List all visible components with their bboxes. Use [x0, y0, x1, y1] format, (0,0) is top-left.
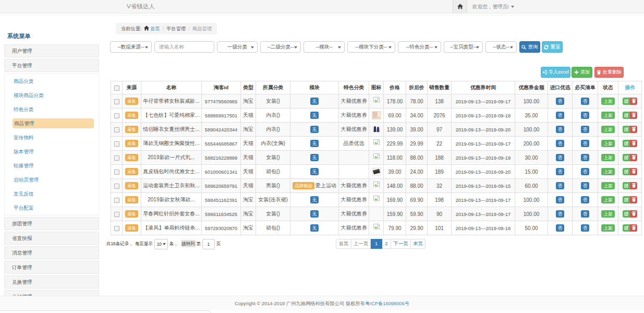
- edit-button[interactable]: [623, 168, 630, 175]
- sidebar-subitem-9[interactable]: 平台配置: [5, 201, 99, 215]
- delete-button[interactable]: [630, 168, 637, 175]
- row-checkbox[interactable]: [114, 141, 119, 147]
- must-buy-toggle[interactable]: 否: [581, 210, 590, 218]
- must-buy-toggle[interactable]: 否: [581, 196, 590, 204]
- page-size-select[interactable]: 10: [154, 239, 168, 249]
- jump-button[interactable]: 跳转到: [181, 240, 195, 247]
- breadcrumb-home-link[interactable]: 首页: [150, 26, 160, 31]
- imported-toggle[interactable]: 否: [556, 210, 565, 218]
- filter-select-status[interactable]: --状态--: [485, 41, 517, 53]
- sidebar-subitem-5[interactable]: 版本管理: [5, 145, 99, 159]
- edit-button[interactable]: [623, 210, 630, 218]
- status-button[interactable]: 上架: [601, 154, 615, 162]
- edit-button[interactable]: [623, 196, 630, 203]
- pager-button-0[interactable]: 首页: [336, 239, 351, 249]
- row-checkbox[interactable]: [114, 113, 119, 118]
- icp-link[interactable]: 粤ICP备16098006号: [365, 301, 409, 306]
- filter-select-module-sub[interactable]: --模块下分类--: [347, 41, 395, 53]
- edit-button[interactable]: [623, 182, 630, 189]
- status-button[interactable]: 上架: [601, 126, 615, 134]
- column-header-0[interactable]: [111, 81, 123, 94]
- sidebar-item-6[interactable]: 兑换管理: [4, 275, 99, 288]
- add-button[interactable]: 添加: [572, 67, 592, 78]
- select-all-checkbox[interactable]: [114, 86, 119, 91]
- delete-button[interactable]: [630, 112, 637, 119]
- must-buy-toggle[interactable]: 否: [581, 126, 590, 134]
- delete-button[interactable]: [630, 196, 637, 203]
- delete-button[interactable]: [630, 224, 637, 232]
- filter-select-datasource[interactable]: --数据来源--: [110, 41, 152, 53]
- status-button[interactable]: 上架: [601, 112, 615, 119]
- must-buy-toggle[interactable]: 否: [581, 224, 590, 232]
- pager-button-5[interactable]: 末页: [411, 239, 426, 249]
- row-checkbox[interactable]: [114, 198, 119, 203]
- must-buy-toggle[interactable]: 否: [581, 98, 590, 105]
- query-button[interactable]: 查询: [519, 41, 540, 53]
- import-excel-button[interactable]: 导入excel: [541, 67, 570, 78]
- must-buy-toggle[interactable]: 否: [581, 140, 590, 148]
- status-button[interactable]: 上架: [601, 98, 615, 105]
- imported-toggle[interactable]: 否: [556, 196, 565, 204]
- row-checkbox[interactable]: [114, 170, 119, 175]
- pager-button-4[interactable]: 下一页: [391, 239, 411, 249]
- sidebar-item-4[interactable]: 消息管理: [4, 246, 99, 259]
- delete-button[interactable]: [630, 210, 637, 218]
- edit-button[interactable]: [623, 154, 630, 161]
- row-checkbox[interactable]: [114, 127, 119, 133]
- must-buy-toggle[interactable]: 否: [581, 168, 590, 176]
- row-checkbox[interactable]: [114, 99, 119, 104]
- filter-select-category1[interactable]: 一级分类: [217, 41, 258, 53]
- user-menu[interactable]: 欢迎您，管理员!: [472, 0, 514, 13]
- must-buy-toggle[interactable]: 否: [581, 182, 590, 190]
- imported-toggle[interactable]: 否: [556, 98, 565, 105]
- home-button[interactable]: [453, 0, 467, 13]
- delete-button[interactable]: [630, 98, 637, 105]
- imported-toggle[interactable]: 否: [556, 112, 565, 119]
- sidebar-subitem-6[interactable]: 轮播管理: [5, 159, 99, 173]
- filter-select-feature[interactable]: --特色分类--: [398, 41, 441, 53]
- row-checkbox[interactable]: [114, 155, 119, 161]
- sidebar-item-2[interactable]: 拼团管理: [4, 217, 99, 230]
- sidebar-item-0[interactable]: 用户管理: [4, 44, 99, 57]
- status-button[interactable]: 上架: [601, 224, 615, 232]
- status-button[interactable]: 上架: [601, 182, 615, 190]
- status-button[interactable]: 上架: [601, 196, 615, 204]
- row-checkbox[interactable]: [114, 212, 119, 217]
- imported-toggle[interactable]: 否: [556, 182, 565, 190]
- pager-button-1[interactable]: 上一页: [351, 239, 371, 249]
- status-button[interactable]: 上架: [601, 140, 615, 148]
- delete-button[interactable]: [630, 140, 637, 147]
- batch-delete-button[interactable]: 批量删除: [594, 67, 624, 78]
- pager-button-3[interactable]: 2: [382, 239, 391, 249]
- name-search-input[interactable]: 请输入名称: [154, 41, 214, 53]
- must-buy-toggle[interactable]: 否: [581, 154, 590, 162]
- sidebar-subitem-3[interactable]: 商品管理: [13, 118, 94, 128]
- status-button[interactable]: 上架: [601, 210, 615, 218]
- must-buy-toggle[interactable]: 否: [581, 112, 590, 119]
- imported-toggle[interactable]: 否: [556, 154, 565, 162]
- imported-toggle[interactable]: 否: [556, 224, 565, 232]
- row-checkbox[interactable]: [114, 226, 119, 231]
- imported-toggle[interactable]: 否: [556, 168, 565, 176]
- filter-select-item-type[interactable]: --宝贝类型--: [444, 41, 483, 53]
- imported-toggle[interactable]: 否: [556, 140, 565, 148]
- pager-button-2[interactable]: 1: [371, 239, 382, 249]
- sidebar-item-3[interactable]: 省直快报: [4, 232, 99, 245]
- sidebar-subitem-8[interactable]: 意见反馈: [5, 187, 99, 201]
- delete-button[interactable]: [630, 126, 637, 133]
- row-checkbox[interactable]: [114, 184, 119, 189]
- delete-button[interactable]: [630, 154, 637, 161]
- filter-select-category2[interactable]: --二级分类--: [260, 41, 301, 53]
- reset-button[interactable]: 重置: [542, 41, 563, 53]
- delete-button[interactable]: [630, 182, 637, 189]
- edit-button[interactable]: [623, 112, 630, 119]
- sidebar-subitem-4[interactable]: 宣传物料: [5, 130, 99, 145]
- edit-button[interactable]: [623, 98, 630, 105]
- filter-select-module[interactable]: --模块--: [303, 41, 345, 53]
- sidebar-subitem-7[interactable]: 启动页管理: [5, 173, 99, 187]
- imported-toggle[interactable]: 否: [556, 126, 565, 134]
- sidebar-subitem-1[interactable]: 模块商品分类: [5, 88, 99, 102]
- edit-button[interactable]: [623, 140, 630, 147]
- status-button[interactable]: 上架: [601, 168, 615, 176]
- jump-page-input[interactable]: 1: [202, 239, 215, 249]
